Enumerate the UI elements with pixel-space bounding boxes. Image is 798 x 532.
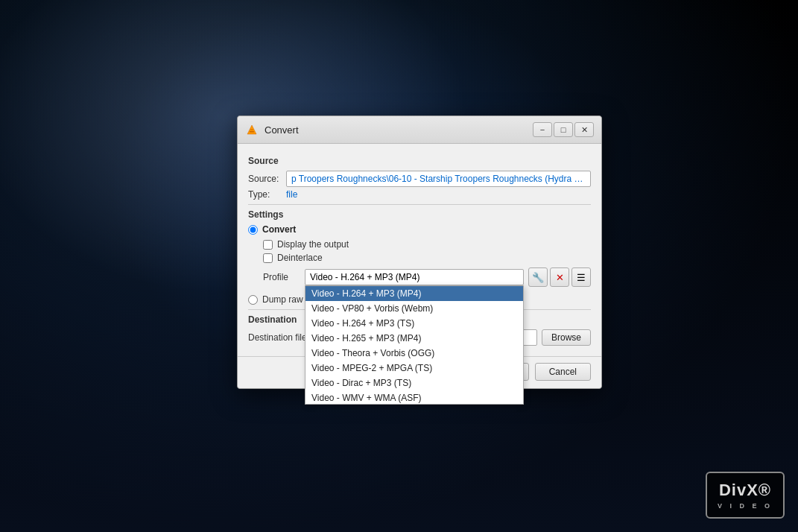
- dropdown-item[interactable]: Video - Dirac + MP3 (TS): [305, 376, 523, 390]
- browse-button[interactable]: Browse: [542, 329, 591, 346]
- profile-settings-button[interactable]: 🔧: [528, 267, 548, 287]
- dump-raw-radio[interactable]: [248, 295, 258, 305]
- divx-badge: DivX® V I D E O: [706, 472, 785, 519]
- settings-section-label: Settings: [248, 209, 591, 220]
- source-label: Source:: [248, 174, 282, 184]
- dropdown-item[interactable]: Video - MPEG-2 + MPGA (TS): [305, 361, 523, 376]
- convert-radio[interactable]: [248, 225, 258, 235]
- type-row: Type: file: [248, 189, 591, 200]
- cancel-button[interactable]: Cancel: [535, 363, 591, 381]
- deinterlace-row: Deinterlace: [263, 253, 591, 263]
- convert-radio-row: Convert: [248, 224, 591, 235]
- divx-logo-text: DivX®: [719, 479, 771, 502]
- dropdown-item[interactable]: Video - H.264 + MP3 (MP4): [305, 286, 523, 301]
- divx-subtitle: V I D E O: [718, 501, 773, 511]
- svg-rect-1: [250, 131, 254, 133]
- deinterlace-label[interactable]: Deinterlace: [277, 253, 323, 263]
- source-section-label: Source: [248, 156, 591, 166]
- window-controls: − □ ✕: [533, 122, 594, 137]
- dropdown-item[interactable]: Video - VP80 + Vorbis (Webm): [305, 301, 523, 316]
- close-button[interactable]: ✕: [574, 122, 594, 137]
- dropdown-item[interactable]: Video - H.265 + MP3 (MP4): [305, 331, 523, 346]
- list-icon: ☰: [577, 272, 586, 283]
- wrench-icon: 🔧: [532, 272, 544, 283]
- profile-label: Profile: [263, 272, 300, 282]
- svg-rect-2: [250, 130, 253, 130]
- profile-dropdown-list[interactable]: Video - H.264 + MP3 (MP4)Video - VP80 + …: [305, 285, 524, 405]
- profile-list-button[interactable]: ☰: [571, 267, 591, 287]
- source-field: p Troopers Roughnecks\06-10 - Starship T…: [286, 171, 591, 187]
- source-row: Source: p Troopers Roughnecks\06-10 - St…: [248, 171, 591, 187]
- convert-radio-label[interactable]: Convert: [262, 224, 296, 235]
- profile-delete-button[interactable]: ✕: [550, 267, 569, 287]
- display-output-row: Display the output: [263, 239, 591, 250]
- destination-file-label: Destination file:: [248, 332, 311, 343]
- profile-select[interactable]: Video - H.264 + MP3 (MP4)Video - VP80 + …: [305, 269, 524, 285]
- deinterlace-checkbox[interactable]: [263, 253, 273, 263]
- profile-action-buttons: 🔧 ✕ ☰: [528, 267, 591, 287]
- type-label: Type:: [248, 189, 282, 200]
- dropdown-item[interactable]: Video - H.264 + MP3 (TS): [305, 316, 523, 331]
- title-bar: Convert − □ ✕: [238, 116, 601, 144]
- vlc-icon: [245, 123, 259, 136]
- display-output-label[interactable]: Display the output: [277, 239, 349, 250]
- dialog-title: Convert: [265, 124, 527, 136]
- profile-select-container: Video - H.264 + MP3 (MP4)Video - VP80 + …: [305, 269, 524, 285]
- type-value: file: [286, 189, 297, 200]
- maximize-button[interactable]: □: [554, 122, 573, 137]
- dropdown-item[interactable]: Video - Theora + Vorbis (OGG): [305, 346, 523, 361]
- dialog-body: Source Source: p Troopers Roughnecks\06-…: [238, 144, 601, 356]
- profile-row: Profile Video - H.264 + MP3 (MP4)Video -…: [263, 267, 591, 287]
- minimize-button[interactable]: −: [533, 122, 552, 137]
- dropdown-item[interactable]: Video - WMV + WMA (ASF): [305, 390, 523, 405]
- convert-dialog: Convert − □ ✕ Source Source: p Troopers …: [237, 115, 602, 389]
- divider-1: [248, 204, 591, 205]
- display-output-checkbox[interactable]: [263, 240, 273, 250]
- delete-icon: ✕: [556, 272, 564, 283]
